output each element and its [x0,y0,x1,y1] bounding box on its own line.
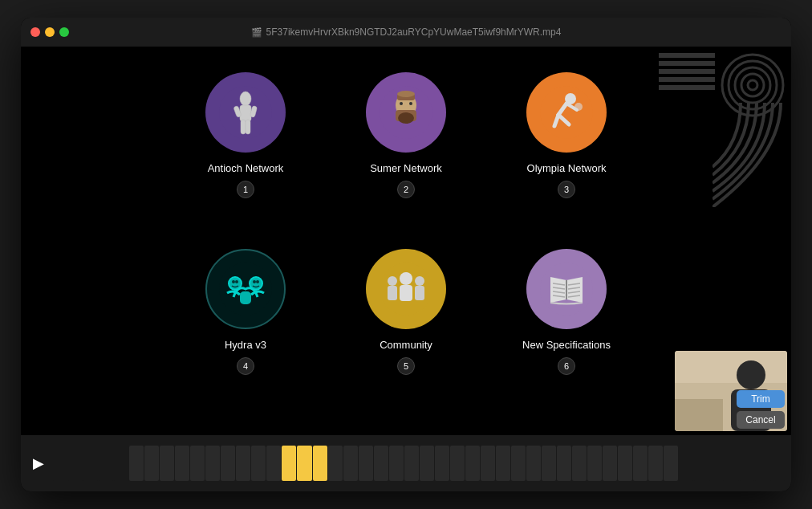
specifications-svg [538,261,595,317]
timeline-frame[interactable] [328,446,343,481]
timeline-frame[interactable] [664,446,678,481]
community-label: Community [380,339,432,351]
grid-item-hydra[interactable]: Hydra v3 4 [181,249,310,409]
svg-point-3 [741,74,764,96]
timeline-frame[interactable] [709,446,724,481]
timeline-frame[interactable] [572,446,587,481]
timeline-frame[interactable] [251,446,266,481]
hydra-svg [217,261,274,317]
timeline-frame[interactable] [205,446,220,481]
maximize-button[interactable] [59,27,69,37]
grid-item-community[interactable]: Community 5 [342,249,470,409]
traffic-lights [30,27,69,37]
trim-button[interactable]: Trim [737,390,785,408]
timeline-frame[interactable] [144,446,159,481]
timeline-frame[interactable] [740,446,754,481]
timeline-frame[interactable] [618,446,632,481]
timeline-frame[interactable] [389,446,404,481]
timeline-frame[interactable] [465,446,480,481]
timeline-frame[interactable] [633,446,648,481]
timeline-frame[interactable] [129,446,144,481]
timeline-frame[interactable] [266,446,281,481]
timeline-frame[interactable] [755,446,769,481]
cancel-button[interactable]: Cancel [737,411,785,429]
timeline-frame[interactable] [557,446,571,481]
sumer-number: 2 [397,181,415,198]
sumer-icon [366,72,446,153]
svg-rect-7 [659,69,715,74]
timeline-frame[interactable] [481,446,495,481]
svg-point-41 [400,272,412,285]
timeline-frame[interactable] [450,446,465,481]
sumer-label: Sumer Network [370,162,442,174]
svg-rect-42 [400,285,412,301]
timeline-frame[interactable] [160,446,174,481]
play-button[interactable]: ▶ [27,452,50,474]
svg-rect-61 [675,399,723,431]
timeline-frame[interactable] [603,446,617,481]
timeline-frame[interactable] [83,446,98,481]
timeline-frame[interactable] [374,446,388,481]
svg-point-45 [415,276,424,286]
svg-rect-39 [240,291,251,304]
grid-item-olympia[interactable]: Olympia Network 3 [502,72,631,233]
timeline-frame[interactable] [496,446,510,481]
timeline-frame[interactable] [587,446,602,481]
main-window: 🎬 5F37ikemvHrvrXBkn9NGTDJ2auRYCpYUwMaeT5… [21,18,791,491]
timeline-frame[interactable] [313,446,327,481]
titlebar: 🎬 5F37ikemvHrvrXBkn9NGTDJ2auRYCpYUwMaeT5… [21,18,791,47]
grid-item-antioch[interactable]: Antioch Network 1 [181,72,310,233]
timeline-frame[interactable] [420,446,434,481]
svg-rect-46 [415,286,424,300]
minimize-button[interactable] [45,27,55,37]
timeline-frame[interactable] [526,446,541,481]
grid-item-specifications[interactable]: New Specifications 6 [502,249,631,409]
timeline-frame[interactable] [359,446,373,481]
svg-point-43 [388,276,397,286]
timeline-frame[interactable] [511,446,526,481]
timeline-frame[interactable] [99,446,113,481]
timeline-frame[interactable] [725,446,739,481]
olympia-label: Olympia Network [527,162,607,174]
timeline-frame[interactable] [694,446,708,481]
svg-rect-44 [388,286,397,300]
svg-point-25 [540,86,593,139]
timeline-frame[interactable] [542,446,556,481]
timeline-frame[interactable] [770,446,785,481]
timeline-frame[interactable] [648,446,663,481]
window-title: 🎬 5F37ikemvHrvrXBkn9NGTDJ2auRYCpYUwMaeT5… [251,26,562,38]
grid-item-sumer[interactable]: Sumer Network 2 [342,72,470,233]
timeline-frame[interactable] [679,446,693,481]
trim-cancel-buttons: Trim Cancel [737,390,785,429]
antioch-icon [205,72,286,153]
timeline-frame[interactable] [221,446,235,481]
community-svg [378,261,434,317]
svg-rect-16 [246,120,250,134]
timeline-frame[interactable] [343,446,358,481]
file-icon: 🎬 [251,27,262,38]
timeline-frame[interactable] [175,446,189,481]
timeline-frame[interactable] [404,446,419,481]
timeline-frame[interactable] [435,446,449,481]
timeline-frame[interactable] [53,446,67,481]
timeline-frame[interactable] [114,446,128,481]
network-grid: Antioch Network 1 [181,72,631,409]
sumer-svg [378,84,434,140]
title-label: 5F37ikemvHrvrXBkn9NGTDJ2auRYCpYUwMaeT5iw… [266,26,562,38]
close-button[interactable] [30,27,40,37]
svg-point-31 [574,103,583,111]
hydra-label: Hydra v3 [225,339,266,351]
antioch-number: 1 [237,181,254,198]
community-number: 5 [397,357,415,375]
timeline-frame[interactable] [68,446,83,481]
specifications-number: 6 [558,357,575,375]
svg-point-20 [398,112,414,124]
timeline-frame[interactable] [297,446,311,481]
svg-point-4 [748,80,757,90]
timeline-frame[interactable] [236,446,250,481]
timeline-frame[interactable] [190,446,205,481]
community-icon [366,249,446,329]
timeline-frame[interactable] [282,446,296,481]
svg-rect-6 [659,61,715,66]
timeline-frames [53,443,785,483]
